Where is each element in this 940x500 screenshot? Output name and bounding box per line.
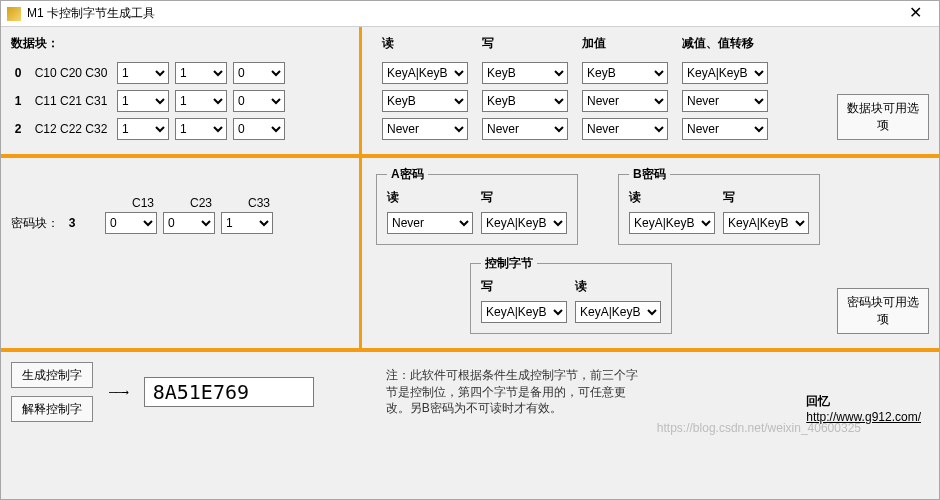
key-block-left: C13 C23 C33 密码块： 3 0 0 1 [11, 166, 351, 340]
row1-c1[interactable]: 1 [117, 90, 169, 112]
row0-bits: C10 C20 C30 [31, 66, 111, 80]
op-headers: 读 写 加值 减值、值转移 [370, 35, 929, 52]
hdr-dec: 减值、值转移 [682, 35, 768, 52]
a-key-legend: A密码 [387, 166, 428, 183]
a-read-select[interactable]: Never [387, 212, 473, 234]
b-key-legend: B密码 [629, 166, 670, 183]
op1-read[interactable]: KeyB [382, 90, 468, 112]
key-label: 密码块： [11, 215, 59, 232]
key-block-pane: C13 C23 C33 密码块： 3 0 0 1 A密码 读 写 [1, 158, 939, 348]
b-key-group: B密码 读 写 KeyA|KeyB KeyA|KeyB [618, 166, 820, 245]
op1-inc[interactable]: Never [582, 90, 668, 112]
footer-name: 回忆 [806, 393, 921, 410]
a-write-label: 写 [481, 189, 567, 206]
arrow-icon: ——→ [109, 385, 128, 399]
c13-head: C13 [117, 196, 169, 210]
row0-idx: 0 [11, 66, 25, 80]
b-read-select[interactable]: KeyA|KeyB [629, 212, 715, 234]
row2-c3[interactable]: 0 [233, 118, 285, 140]
result-input[interactable] [144, 377, 314, 407]
data-block-left: 数据块： 0 C10 C20 C30 1 1 0 1 C11 C21 C31 1… [11, 35, 351, 146]
op0-read[interactable]: KeyA|KeyB [382, 62, 468, 84]
key-groups: A密码 读 写 Never KeyA|KeyB B密码 读 写 [370, 166, 929, 245]
c23-select[interactable]: 0 [163, 212, 215, 234]
c33-head: C33 [233, 196, 285, 210]
key-row: 密码块： 3 0 0 1 [11, 212, 351, 234]
row2-c2[interactable]: 1 [175, 118, 227, 140]
window-title: M1 卡控制字节生成工具 [27, 5, 895, 22]
ctrl-write-select[interactable]: KeyA|KeyB [481, 301, 567, 323]
op0-inc[interactable]: KeyB [582, 62, 668, 84]
b-write-label: 写 [723, 189, 809, 206]
op2-inc[interactable]: Never [582, 118, 668, 140]
row1-c3[interactable]: 0 [233, 90, 285, 112]
op0-write[interactable]: KeyB [482, 62, 568, 84]
app-icon [7, 7, 21, 21]
row2-c1[interactable]: 1 [117, 118, 169, 140]
op0-dec[interactable]: KeyA|KeyB [682, 62, 768, 84]
a-key-group: A密码 读 写 Never KeyA|KeyB [376, 166, 578, 245]
ctrl-legend: 控制字节 [481, 255, 537, 272]
row2-bits: C12 C22 C32 [31, 122, 111, 136]
gen-buttons: 生成控制字 解释控制字 [11, 362, 93, 422]
data-block-label: 数据块： [11, 35, 351, 52]
data-row-2: 2 C12 C22 C32 1 1 0 [11, 118, 351, 140]
key-options-button[interactable]: 密码块可用选项 [837, 288, 929, 334]
op-row-0: KeyA|KeyB KeyB KeyB KeyA|KeyB [370, 62, 929, 84]
close-icon[interactable]: ✕ [895, 2, 935, 26]
row0-c2[interactable]: 1 [175, 62, 227, 84]
ctrl-write-label: 写 [481, 278, 567, 295]
row1-bits: C11 C21 C31 [31, 94, 111, 108]
titlebar: M1 卡控制字节生成工具 ✕ [1, 1, 939, 27]
footer-link: 回忆 http://www.g912.com/ [806, 393, 921, 424]
row2-idx: 2 [11, 122, 25, 136]
c33-select[interactable]: 1 [221, 212, 273, 234]
op2-dec[interactable]: Never [682, 118, 768, 140]
generate-button[interactable]: 生成控制字 [11, 362, 93, 388]
data-row-1: 1 C11 C21 C31 1 1 0 [11, 90, 351, 112]
data-block-right: 读 写 加值 减值、值转移 KeyA|KeyB KeyB KeyB KeyA|K… [370, 35, 929, 146]
parse-button[interactable]: 解释控制字 [11, 396, 93, 422]
b-read-label: 读 [629, 189, 715, 206]
hdr-read: 读 [382, 35, 468, 52]
c13-select[interactable]: 0 [105, 212, 157, 234]
data-block-pane: 数据块： 0 C10 C20 C30 1 1 0 1 C11 C21 C31 1… [1, 27, 939, 154]
row1-c2[interactable]: 1 [175, 90, 227, 112]
hdr-write: 写 [482, 35, 568, 52]
ctrl-read-select[interactable]: KeyA|KeyB [575, 301, 661, 323]
op1-write[interactable]: KeyB [482, 90, 568, 112]
app-window: M1 卡控制字节生成工具 ✕ 数据块： 0 C10 C20 C30 1 1 0 … [0, 0, 940, 500]
a-read-label: 读 [387, 189, 473, 206]
op1-dec[interactable]: Never [682, 90, 768, 112]
row1-idx: 1 [11, 94, 25, 108]
hdr-inc: 加值 [582, 35, 668, 52]
footer-url[interactable]: http://www.g912.com/ [806, 410, 921, 424]
data-row-0: 0 C10 C20 C30 1 1 0 [11, 62, 351, 84]
key-block-right: A密码 读 写 Never KeyA|KeyB B密码 读 写 [370, 166, 929, 340]
vdivider-2 [359, 158, 362, 348]
row0-c1[interactable]: 1 [117, 62, 169, 84]
vdivider-1 [359, 27, 362, 154]
ctrl-read-label: 读 [575, 278, 661, 295]
data-options-button[interactable]: 数据块可用选项 [837, 94, 929, 140]
row0-c3[interactable]: 0 [233, 62, 285, 84]
op2-write[interactable]: Never [482, 118, 568, 140]
result-pane: 生成控制字 解释控制字 ——→ 注：此软件可根据条件生成控制字节，前三个字节是控… [1, 352, 939, 436]
result-box [144, 377, 314, 407]
key-idx: 3 [65, 216, 79, 230]
ctrl-group: 控制字节 写 读 KeyA|KeyB KeyA|KeyB [470, 255, 672, 334]
b-write-select[interactable]: KeyA|KeyB [723, 212, 809, 234]
op2-read[interactable]: Never [382, 118, 468, 140]
note-text: 注：此软件可根据条件生成控制字节，前三个字节是控制位，第四个字节是备用的，可任意… [386, 367, 646, 417]
a-write-select[interactable]: KeyA|KeyB [481, 212, 567, 234]
c23-head: C23 [175, 196, 227, 210]
